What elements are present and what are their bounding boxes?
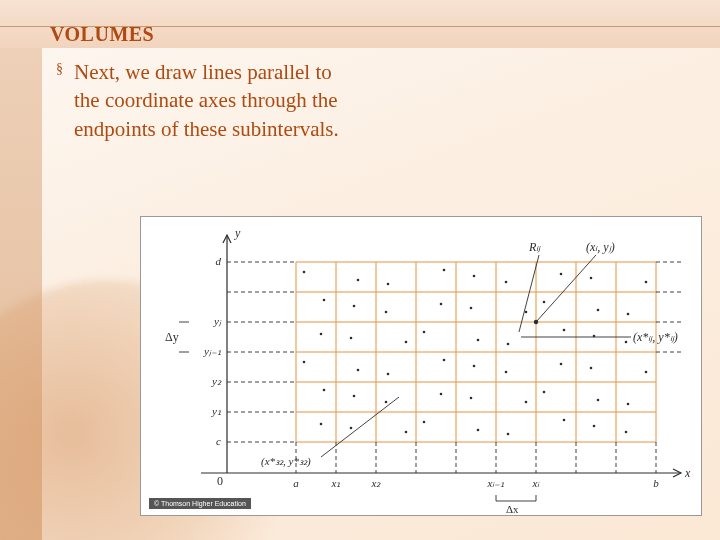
svg-point-79: [440, 393, 443, 396]
svg-point-86: [350, 427, 353, 430]
svg-point-62: [477, 339, 480, 342]
svg-line-103: [321, 397, 399, 457]
svg-point-47: [590, 277, 593, 280]
svg-point-44: [473, 275, 476, 278]
y-tick-y2: y₂: [211, 375, 222, 387]
svg-point-55: [543, 301, 546, 304]
y-tick-c: c: [216, 435, 221, 447]
svg-point-64: [563, 329, 566, 332]
svg-point-50: [353, 305, 356, 308]
figure-credit: © Thomson Higher Education: [149, 498, 251, 509]
y-tick-d: d: [216, 255, 222, 267]
x-axis-label: x: [684, 466, 691, 480]
svg-point-78: [385, 401, 388, 404]
corner-point-label: (xᵢ, yⱼ): [586, 240, 615, 254]
svg-point-91: [563, 419, 566, 422]
svg-point-61: [423, 331, 426, 334]
body-paragraph: Next, we draw lines parallel to the coor…: [74, 60, 339, 141]
figure-grid-partition: y x 0: [140, 216, 702, 516]
svg-point-76: [323, 389, 326, 392]
svg-point-53: [470, 307, 473, 310]
y-tick-yj-1: yⱼ₋₁: [203, 345, 221, 357]
y-tick-y1: y₁: [211, 405, 221, 417]
svg-point-43: [443, 269, 446, 272]
svg-point-88: [423, 421, 426, 424]
origin-label: 0: [217, 474, 223, 488]
svg-point-90: [507, 433, 510, 436]
x-tick-x2: x₂: [371, 477, 382, 489]
svg-point-63: [507, 343, 510, 346]
svg-point-87: [405, 431, 408, 434]
y-axis-label: y: [234, 226, 241, 240]
svg-point-93: [625, 431, 628, 434]
svg-point-82: [543, 391, 546, 394]
svg-point-89: [477, 429, 480, 432]
svg-point-75: [645, 371, 648, 374]
svg-point-70: [443, 359, 446, 362]
svg-point-42: [387, 283, 390, 286]
sample-point-32-label: (x*₃₂, y*₃₂): [261, 455, 311, 468]
svg-point-73: [560, 363, 563, 366]
svg-line-100: [536, 255, 596, 322]
svg-point-66: [625, 341, 628, 344]
svg-point-51: [385, 311, 388, 314]
delta-x-label: Δx: [506, 503, 519, 515]
svg-point-46: [560, 273, 563, 276]
svg-point-85: [320, 423, 323, 426]
svg-point-54: [525, 311, 528, 314]
r-ij-label: Rᵢⱼ: [528, 240, 541, 254]
svg-point-52: [440, 303, 443, 306]
y-tick-yj: yⱼ: [213, 315, 222, 327]
svg-point-92: [593, 425, 596, 428]
svg-point-67: [303, 361, 306, 364]
svg-point-41: [357, 279, 360, 282]
svg-point-71: [473, 365, 476, 368]
x-tick-x1: x₁: [331, 477, 341, 489]
svg-point-59: [350, 337, 353, 340]
bullet-icon: §: [56, 60, 63, 79]
svg-point-77: [353, 395, 356, 398]
svg-point-69: [387, 373, 390, 376]
slide-body: § Next, we draw lines parallel to the co…: [74, 58, 354, 143]
x-tick-a: a: [293, 477, 299, 489]
svg-point-60: [405, 341, 408, 344]
svg-point-72: [505, 371, 508, 374]
x-tick-b: b: [653, 477, 659, 489]
svg-point-84: [627, 403, 630, 406]
svg-point-49: [323, 299, 326, 302]
svg-point-58: [320, 333, 323, 336]
svg-point-74: [590, 367, 593, 370]
delta-y-label: Δy: [165, 330, 179, 344]
slide-title: VOLUMES: [50, 23, 154, 46]
svg-point-40: [303, 271, 306, 274]
sample-point-label: (x*ᵢⱼ, y*ᵢⱼ): [633, 330, 678, 344]
svg-point-80: [470, 397, 473, 400]
svg-point-81: [525, 401, 528, 404]
svg-point-101: [534, 320, 538, 324]
x-tick-xi-1: xᵢ₋₁: [487, 477, 505, 489]
svg-point-68: [357, 369, 360, 372]
svg-point-48: [645, 281, 648, 284]
svg-point-57: [627, 313, 630, 316]
x-tick-xi: xᵢ: [532, 477, 541, 489]
svg-point-45: [505, 281, 508, 284]
svg-point-83: [597, 399, 600, 402]
svg-point-56: [597, 309, 600, 312]
